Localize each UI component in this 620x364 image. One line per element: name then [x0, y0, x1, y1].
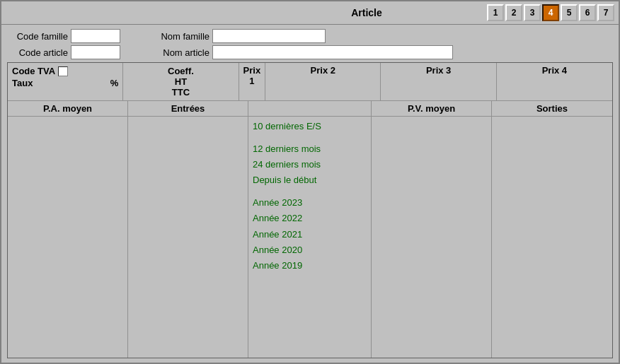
grid-header-prix: Code TVA Taux % Coeff. HT TTC Prix 1 Pri… [8, 63, 612, 101]
nom-famille-label: Nom famille [149, 31, 212, 42]
grid-body-row: 10 dernières E/S 12 derniers mois 24 der… [8, 117, 612, 358]
tva-coeff-header: Code TVA Taux % [8, 63, 123, 100]
pa-moyen-header: P.A. moyen [8, 101, 128, 116]
code-article-label: Code article [7, 47, 71, 58]
taux-label: Taux [12, 78, 33, 88]
prix1-header: Prix 1 [239, 63, 266, 100]
entrees-header: Entrées [128, 101, 248, 116]
ttc-label: TTC [127, 87, 234, 98]
item-8: Année 2021 [253, 227, 367, 242]
item-0: 10 dernières E/S [253, 119, 367, 134]
title-bar: Article 1 2 3 4 5 6 7 [1, 1, 619, 25]
item-2: 12 derniers mois [253, 141, 367, 157]
item-4: Depuis le début [253, 172, 367, 188]
item-7: Année 2022 [253, 211, 367, 226]
coeff-label: Coeff. [127, 66, 234, 76]
sorties-header: Sorties [492, 101, 612, 116]
window-title: Article [246, 7, 487, 18]
middle-spacer-header [248, 101, 372, 116]
pv-moyen-header: P.V. moyen [372, 101, 492, 116]
pa-moyen-body [8, 117, 128, 358]
pv-moyen-body [372, 117, 492, 358]
item-1 [253, 134, 367, 141]
item-6: Année 2023 [253, 195, 367, 211]
item-5 [253, 188, 367, 195]
nom-article-input[interactable] [212, 45, 453, 59]
code-famille-input[interactable] [71, 29, 120, 43]
tab-7[interactable]: 7 [597, 4, 614, 21]
code-tva-label: Code TVA [12, 66, 55, 76]
prix4-header: Prix 4 [497, 63, 612, 100]
item-10: Année 2019 [253, 258, 367, 274]
entrees-body [128, 117, 248, 358]
item-9: Année 2020 [253, 242, 367, 258]
item-3: 24 derniers mois [253, 157, 367, 172]
prix3-header: Prix 3 [381, 63, 496, 100]
form-line-1: Code famille Nom famille [7, 29, 613, 43]
sorties-body [492, 117, 612, 358]
tab-2[interactable]: 2 [505, 4, 522, 21]
coeff-header: Coeff. HT TTC [123, 63, 239, 100]
grid-header-stats: P.A. moyen Entrées P.V. moyen Sorties [8, 101, 612, 117]
tab-1[interactable]: 1 [487, 4, 504, 21]
taux-unit: % [110, 78, 119, 88]
tab-6[interactable]: 6 [579, 4, 596, 21]
form-line-2: Code article Nom article [7, 45, 613, 59]
tva-checkbox[interactable] [58, 66, 68, 76]
tab-5[interactable]: 5 [561, 4, 578, 21]
code-famille-label: Code famille [7, 31, 71, 42]
tab-3[interactable]: 3 [524, 4, 541, 21]
tab-4[interactable]: 4 [542, 4, 559, 21]
prix2-header: Prix 2 [265, 63, 381, 100]
form-area: Code famille Nom famille Code article No… [7, 29, 613, 59]
ht-label: HT [127, 76, 234, 87]
tab-buttons: 1 2 3 4 5 6 7 [487, 4, 614, 21]
nom-famille-input[interactable] [212, 29, 326, 43]
nom-article-label: Nom article [149, 47, 212, 58]
items-body: 10 dernières E/S 12 derniers mois 24 der… [248, 117, 372, 358]
data-grid: Code TVA Taux % Coeff. HT TTC Prix 1 Pri… [7, 62, 613, 358]
main-content: Code famille Nom famille Code article No… [1, 25, 619, 363]
main-window: Article 1 2 3 4 5 6 7 Code famille Nom f… [0, 0, 620, 364]
code-article-input[interactable] [71, 45, 120, 59]
